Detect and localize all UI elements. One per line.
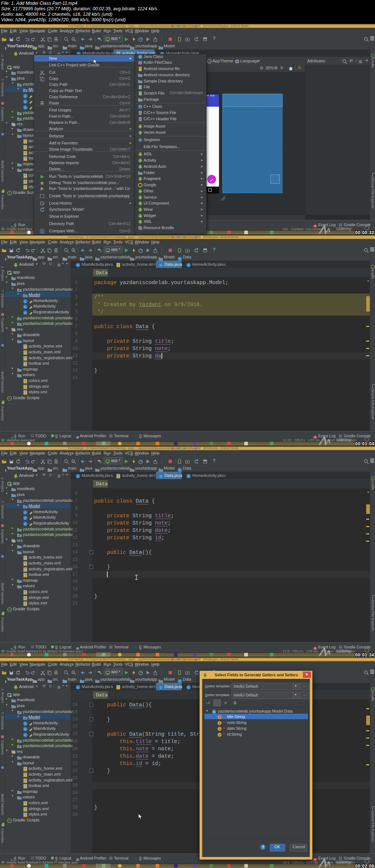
svg-text:C: C xyxy=(160,264,162,267)
svg-text:</>: </> xyxy=(24,365,26,366)
svg-text:</>: </> xyxy=(24,354,26,355)
svg-text:C: C xyxy=(160,686,162,689)
svg-text:</>: </> xyxy=(24,148,26,150)
svg-text:h: h xyxy=(140,118,141,120)
svg-text:</>: </> xyxy=(24,565,26,566)
svg-text:C: C xyxy=(24,311,26,315)
svg-text:</>: </> xyxy=(24,143,26,144)
svg-text:</>: </> xyxy=(24,770,26,771)
svg-text:</>: </> xyxy=(24,576,26,577)
svg-text:C: C xyxy=(24,100,26,103)
svg-text:R: R xyxy=(73,460,74,463)
svg-text:</>: </> xyxy=(24,593,26,595)
svg-text:C: C xyxy=(24,106,26,109)
svg-text:C: C xyxy=(139,55,141,59)
svg-text:</>: </> xyxy=(24,160,26,161)
svg-text:C: C xyxy=(77,264,79,267)
svg-text:</>: </> xyxy=(24,805,26,806)
svg-text:C: C xyxy=(24,733,26,737)
svg-text:C: C xyxy=(24,511,26,514)
svg-text:C: C xyxy=(24,516,26,520)
svg-text:R: R xyxy=(73,38,74,40)
svg-text:C: C xyxy=(24,722,26,725)
svg-text:C: C xyxy=(24,300,26,303)
svg-text:C: C xyxy=(24,728,26,731)
svg-text:</>: </> xyxy=(117,477,119,478)
svg-text:</>: </> xyxy=(24,605,26,606)
svg-text:C: C xyxy=(188,686,190,689)
svg-text:</>: </> xyxy=(24,776,26,777)
svg-text:C: C xyxy=(179,257,181,261)
svg-text:R: R xyxy=(73,672,74,674)
svg-text:G: G xyxy=(213,710,215,714)
svg-text:C: C xyxy=(24,95,26,98)
svg-text:</>: </> xyxy=(24,394,26,395)
svg-text:O: O xyxy=(208,60,210,63)
svg-text:</>: </> xyxy=(24,177,26,178)
svg-text:</>: </> xyxy=(117,688,119,689)
svg-text:?: ? xyxy=(262,845,264,849)
svg-text:C: C xyxy=(24,522,26,526)
svg-text:C: C xyxy=(77,686,79,689)
svg-text:</>: </> xyxy=(24,382,26,383)
svg-text:</>: </> xyxy=(24,787,26,788)
svg-text:C: C xyxy=(188,475,190,478)
svg-text:R: R xyxy=(73,249,74,251)
svg-text:C: C xyxy=(160,475,162,478)
svg-text:C: C xyxy=(179,468,181,472)
svg-text:C: C xyxy=(179,680,181,683)
svg-text:C: C xyxy=(77,475,79,478)
svg-text:</>: </> xyxy=(24,188,26,190)
svg-text:C: C xyxy=(24,305,26,309)
svg-text:</>: </> xyxy=(24,559,26,560)
svg-text:</>: </> xyxy=(117,266,119,267)
svg-text:</>: </> xyxy=(24,816,26,817)
svg-text:</>: </> xyxy=(24,348,26,349)
svg-text:C: C xyxy=(188,264,190,267)
